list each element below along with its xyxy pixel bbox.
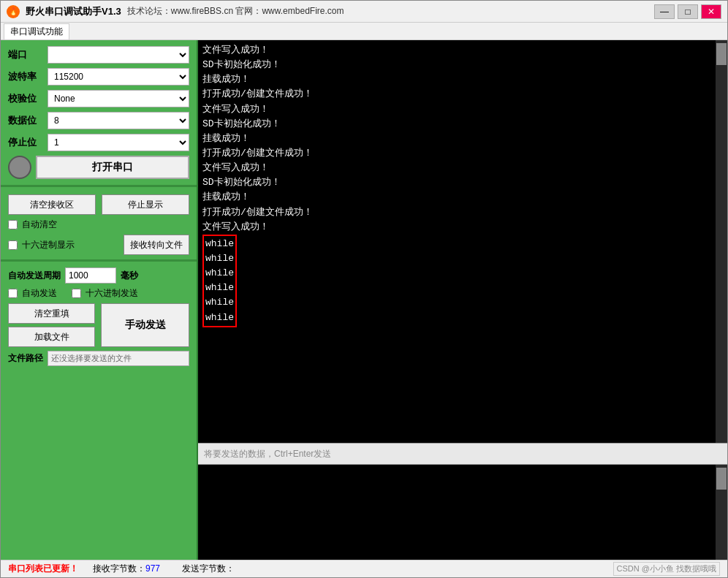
stopbits-row: 停止位 1 bbox=[8, 134, 189, 151]
recv-container: 文件写入成功！ SD卡初始化成功！ 挂载成功！ 打开成功/创建文件成功！ 文件写… bbox=[198, 40, 727, 443]
port-row: 端口 bbox=[8, 46, 189, 64]
open-serial-row: 打开串口 bbox=[8, 156, 189, 179]
left-send-btns: 清空重填 加载文件 bbox=[8, 303, 95, 347]
title-controls: — □ ✕ bbox=[654, 4, 721, 19]
send-placeholder-text: 将要发送的数据，Ctrl+Enter发送 bbox=[204, 448, 331, 460]
parity-row: 校验位 None bbox=[8, 90, 189, 107]
left-panel: 端口 波特率 115200 校验位 None bbox=[1, 40, 198, 560]
hex-display-checkbox[interactable] bbox=[8, 240, 18, 250]
period-row: 自动发送周期 毫秒 bbox=[8, 267, 189, 284]
clear-reset-button[interactable]: 清空重填 bbox=[8, 303, 95, 324]
auto-send-label: 自动发送 bbox=[22, 287, 57, 300]
auto-clean-row: 自动清空 bbox=[8, 218, 189, 231]
serial-indicator bbox=[8, 156, 31, 179]
title-bar-left: 🔥 野火串口调试助手V1.3 技术论坛：www.fireBBS.cn 官网：ww… bbox=[7, 5, 344, 18]
left-top-panel: 端口 波特率 115200 校验位 None bbox=[1, 40, 197, 185]
close-button[interactable]: ✕ bbox=[701, 4, 721, 19]
recv-file-row: 十六进制显示 接收转向文件 bbox=[8, 235, 189, 255]
recv-bytes-label-text: 接收字节数： bbox=[93, 563, 145, 574]
app-window: 🔥 野火串口调试助手V1.3 技术论坛：www.fireBBS.cn 官网：ww… bbox=[0, 0, 728, 578]
hex-send-label: 十六进制发送 bbox=[86, 287, 138, 300]
file-path-value: 还没选择要发送的文件 bbox=[48, 351, 189, 366]
menu-item-serial-debug[interactable]: 串口调试功能 bbox=[4, 23, 69, 39]
recv-scrollbar[interactable] bbox=[716, 40, 727, 443]
databits-label: 数据位 bbox=[8, 114, 43, 127]
clear-recv-button[interactable]: 清空接收区 bbox=[8, 194, 96, 215]
app-icon: 🔥 bbox=[7, 5, 20, 18]
stop-display-button[interactable]: 停止显示 bbox=[102, 194, 189, 215]
auto-send-row: 自动发送 bbox=[8, 287, 57, 300]
serial-list-updated-text: 串口列表已更新！ bbox=[8, 563, 78, 575]
send-scrollbar[interactable] bbox=[716, 465, 727, 560]
right-panel: 文件写入成功！ SD卡初始化成功！ 挂载成功！ 打开成功/创建文件成功！ 文件写… bbox=[198, 40, 727, 560]
databits-select[interactable]: 8 bbox=[48, 112, 189, 129]
status-right: CSDN @小小鱼 找数据哦哦 bbox=[613, 562, 720, 576]
maximize-button[interactable]: □ bbox=[678, 4, 698, 19]
period-input[interactable] bbox=[65, 267, 116, 284]
manual-send-button[interactable]: 手动发送 bbox=[101, 303, 189, 347]
hex-display-row: 十六进制显示 bbox=[8, 239, 75, 251]
stopbits-label: 停止位 bbox=[8, 136, 43, 149]
scrollbar-thumb[interactable] bbox=[716, 43, 727, 65]
title-bar: 🔥 野火串口调试助手V1.3 技术论坛：www.fireBBS.cn 官网：ww… bbox=[1, 1, 727, 23]
open-serial-button[interactable]: 打开串口 bbox=[36, 156, 189, 179]
send-bytes-label-text: 发送字节数： bbox=[182, 563, 235, 574]
auto-send-checkbox[interactable] bbox=[8, 289, 18, 298]
file-path-label: 文件路径 bbox=[8, 352, 43, 365]
watermark: CSDN @小小鱼 找数据哦哦 bbox=[613, 562, 720, 576]
recv-bytes-value: 977 bbox=[145, 563, 160, 574]
period-unit: 毫秒 bbox=[121, 270, 138, 282]
menu-bar: 串口调试功能 bbox=[1, 23, 727, 40]
status-bar: 串口列表已更新！ 接收字节数：977 发送字节数： CSDN @小小鱼 找数据哦… bbox=[1, 560, 727, 577]
parity-select[interactable]: None bbox=[48, 90, 189, 107]
send-placeholder: 将要发送的数据，Ctrl+Enter发送 bbox=[198, 443, 727, 465]
status-mid: 接收字节数：977 发送字节数： bbox=[93, 563, 235, 575]
hex-send-checkbox[interactable] bbox=[72, 289, 81, 298]
hex-send-row: 十六进制发送 bbox=[72, 287, 138, 300]
baudrate-row: 波特率 115200 bbox=[8, 68, 189, 85]
recv-text-wrapper: 文件写入成功！ SD卡初始化成功！ 挂载成功！ 打开成功/创建文件成功！ 文件写… bbox=[198, 40, 716, 443]
send-terminal-area[interactable] bbox=[198, 465, 727, 560]
send-bytes-label: 发送字节数： bbox=[182, 563, 235, 575]
content-area: 端口 波特率 115200 校验位 None bbox=[1, 40, 727, 560]
title-links: 技术论坛：www.fireBBS.cn 官网：www.embedFire.com bbox=[127, 5, 344, 18]
port-select[interactable] bbox=[48, 46, 189, 64]
file-path-row: 文件路径 还没选择要发送的文件 bbox=[8, 351, 189, 366]
minimize-button[interactable]: — bbox=[654, 4, 675, 19]
stopbits-select[interactable]: 1 bbox=[48, 134, 189, 151]
send-options-row: 自动发送 十六进制发送 bbox=[8, 287, 189, 300]
parity-label: 校验位 bbox=[8, 92, 43, 105]
databits-row: 数据位 8 bbox=[8, 112, 189, 129]
load-file-button[interactable]: 加载文件 bbox=[8, 327, 95, 347]
baudrate-select[interactable]: 115200 bbox=[48, 68, 189, 85]
send-terminal-content[interactable] bbox=[198, 465, 716, 560]
port-label: 端口 bbox=[8, 48, 43, 61]
app-title: 野火串口调试助手V1.3 bbox=[26, 5, 121, 18]
period-label: 自动发送周期 bbox=[8, 270, 61, 282]
recv-to-file-button[interactable]: 接收转向文件 bbox=[124, 235, 189, 255]
action-btn-row-1: 清空接收区 停止显示 bbox=[8, 194, 189, 215]
auto-clean-checkbox[interactable] bbox=[8, 220, 18, 229]
recv-bytes-label: 接收字节数：977 bbox=[93, 563, 160, 575]
recv-text-area[interactable]: 文件写入成功！ SD卡初始化成功！ 挂载成功！ 打开成功/创建文件成功！ 文件写… bbox=[198, 40, 716, 443]
auto-clean-label: 自动清空 bbox=[22, 218, 57, 231]
send-action-row: 清空重填 加载文件 手动发送 bbox=[8, 303, 189, 347]
send-scrollbar-thumb[interactable] bbox=[716, 468, 727, 490]
hex-display-label: 十六进制显示 bbox=[22, 239, 75, 251]
baudrate-label: 波特率 bbox=[8, 70, 43, 83]
